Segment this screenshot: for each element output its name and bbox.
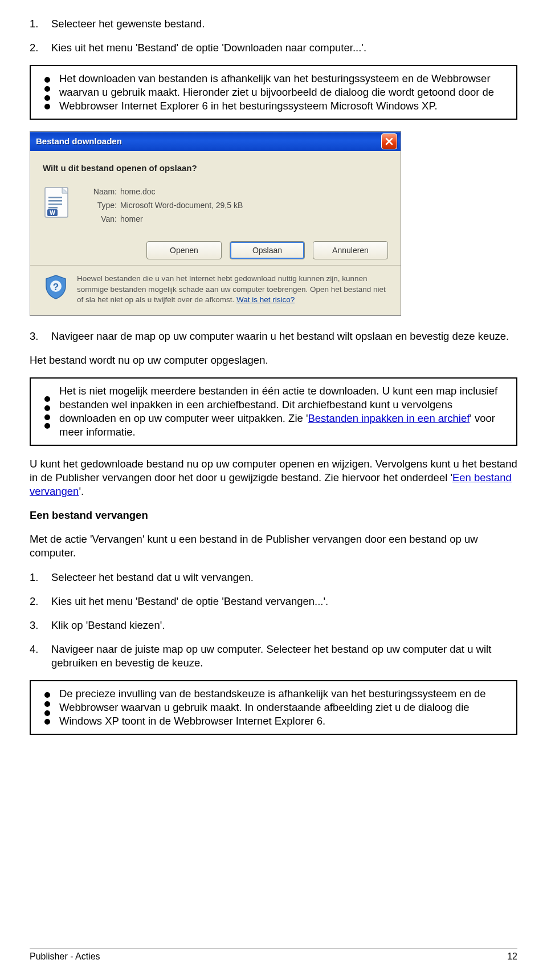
svg-point-0 [44, 77, 50, 83]
list-item: 2. Kies uit het menu 'Bestand' de optie … [30, 595, 517, 608]
document-page: 1. Selecteer het gewenste bestand. 2. Ki… [0, 0, 547, 980]
page-footer: Publisher - Acties 12 [30, 949, 517, 963]
save-button[interactable]: Opslaan [230, 241, 305, 259]
list-text: Klik op 'Bestand kiezen'. [51, 619, 517, 632]
svg-rect-6 [48, 200, 62, 202]
svg-rect-7 [48, 204, 62, 205]
dialog-file-meta: Naam:home.doc Type:Microsoft Word-docume… [80, 186, 388, 228]
open-button[interactable]: Openen [146, 241, 222, 259]
list-text: Selecteer het gewenste bestand. [51, 17, 517, 31]
footer-page-number: 12 [507, 951, 517, 963]
dialog-body: Wilt u dit bestand openen of opslaan? W [30, 151, 401, 315]
list-text: Navigeer naar de map op uw computer waar… [51, 330, 517, 343]
footer-left: Publisher - Acties [30, 951, 100, 963]
para-mid-before: U kunt het gedownloade bestand nu op uw … [30, 458, 517, 483]
dialog-warning-text: Hoewel bestanden die u van het Internet … [77, 274, 388, 305]
list-item: 1. Selecteer het gewenste bestand. [30, 17, 517, 31]
meta-from-value: homer [120, 214, 143, 224]
list-number: 2. [30, 595, 51, 608]
paragraph: Met de actie 'Vervangen' kunt u een best… [30, 532, 517, 560]
svg-point-3 [44, 104, 50, 109]
meta-type-label: Type: [80, 200, 120, 210]
paragraph: U kunt het gedownloade bestand nu op uw … [30, 457, 517, 498]
dialog-separator [30, 265, 401, 266]
dialog-titlebar: Bestand downloaden [30, 132, 401, 151]
list-text: Navigeer naar de juiste map op uw comput… [51, 643, 517, 670]
exclamation-icon [35, 395, 59, 429]
list-text: Kies uit het menu 'Bestand' de optie 'Do… [51, 41, 517, 55]
svg-point-20 [44, 719, 50, 725]
paragraph: Het bestand wordt nu op uw computer opge… [30, 353, 517, 367]
risk-link[interactable]: Wat is het risico? [236, 295, 295, 304]
svg-point-18 [44, 701, 50, 707]
exclamation-icon [35, 690, 59, 725]
list-number: 4. [30, 643, 51, 670]
close-button[interactable] [381, 133, 397, 149]
file-download-dialog: Bestand downloaden Wilt u dit bestand op… [30, 131, 401, 316]
dialog-warning-row: ? Hoewel bestanden die u van het Interne… [43, 274, 388, 305]
svg-point-14 [44, 405, 50, 411]
note-text: Het is niet mogelijk meerdere bestanden … [59, 384, 509, 439]
list-number: 3. [30, 330, 51, 343]
list-number: 1. [30, 571, 51, 584]
svg-point-15 [44, 414, 50, 420]
word-document-icon: W [43, 186, 70, 218]
close-icon [385, 137, 393, 145]
svg-point-17 [44, 692, 50, 698]
list-text: Selecteer het bestand dat u wilt vervang… [51, 571, 517, 584]
meta-from-label: Van: [80, 214, 120, 224]
dialog-info-row: W Naam:home.doc Type:Microsoft Word-docu… [43, 186, 388, 228]
list-item: 4. Navigeer naar de juiste map op uw com… [30, 643, 517, 670]
svg-point-13 [44, 396, 50, 402]
list-number: 1. [30, 17, 51, 31]
list-item: 1. Selecteer het bestand dat u wilt verv… [30, 571, 517, 584]
warning-body: Hoewel bestanden die u van het Internet … [77, 274, 386, 303]
svg-rect-8 [48, 207, 58, 209]
footer-rule [30, 949, 517, 949]
warning-note: De precieze invulling van de bestandskeu… [30, 680, 517, 735]
note-text: Het downloaden van bestanden is afhankel… [59, 72, 509, 113]
svg-rect-5 [48, 197, 62, 198]
note-text: De precieze invulling van de bestandskeu… [59, 687, 509, 728]
warning-note: Het is niet mogelijk meerdere bestanden … [30, 377, 517, 446]
svg-point-16 [44, 423, 50, 429]
list-number: 3. [30, 619, 51, 632]
para-mid-after: '. [79, 485, 84, 497]
section-heading: Een bestand vervangen [30, 509, 517, 522]
warning-note: Het downloaden van bestanden is afhankel… [30, 65, 517, 120]
dialog-button-row: Openen Opslaan Annuleren [43, 241, 388, 259]
list-item: 3. Navigeer naar de map op uw computer w… [30, 330, 517, 343]
list-text: Kies uit het menu 'Bestand' de optie 'Be… [51, 595, 517, 608]
meta-name-label: Naam: [80, 186, 120, 197]
meta-type-value: Microsoft Word-document, 29,5 kB [120, 200, 243, 210]
svg-point-2 [44, 95, 50, 101]
exclamation-icon [35, 75, 59, 109]
svg-text:W: W [50, 210, 55, 216]
svg-text:?: ? [53, 282, 59, 292]
dialog-title: Bestand downloaden [36, 136, 381, 147]
cancel-button[interactable]: Annuleren [313, 241, 388, 259]
svg-point-1 [44, 86, 50, 92]
shield-icon: ? [43, 274, 69, 300]
dialog-question: Wilt u dit bestand openen of opslaan? [43, 162, 388, 174]
list-item: 3. Klik op 'Bestand kiezen'. [30, 619, 517, 632]
archive-link[interactable]: Bestanden inpakken in een archief [308, 412, 470, 424]
svg-point-19 [44, 710, 50, 716]
list-number: 2. [30, 41, 51, 55]
list-item: 2. Kies uit het menu 'Bestand' de optie … [30, 41, 517, 55]
meta-name-value: home.doc [120, 186, 155, 197]
